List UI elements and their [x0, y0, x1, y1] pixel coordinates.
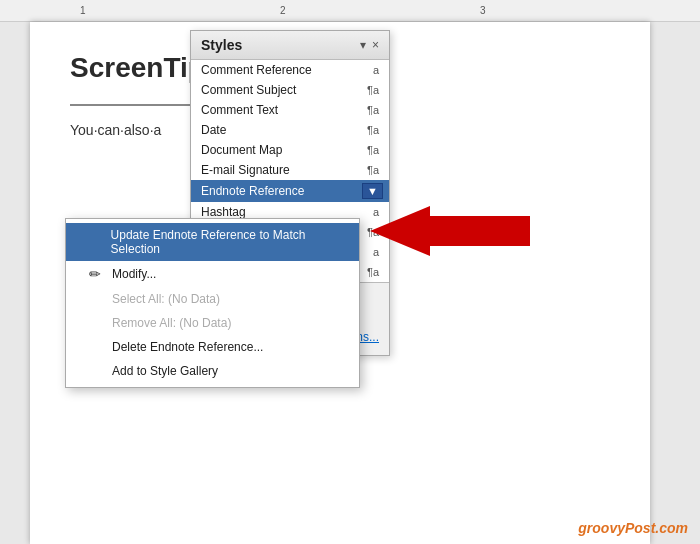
menu-item-label: Select All: (No Data)	[112, 292, 220, 306]
menu-item-label: Modify...	[112, 267, 156, 281]
ruler-mark-3: 3	[480, 5, 486, 16]
menu-item-select-all: Select All: (No Data)	[66, 287, 359, 311]
style-indicator: ¶a	[367, 266, 379, 278]
ruler-mark-2: 2	[280, 5, 286, 16]
style-item-endnote-reference-selected[interactable]: Endnote Reference ▼	[191, 180, 389, 202]
menu-item-label: Update Endnote Reference to Match Select…	[111, 228, 339, 256]
menu-item-modify[interactable]: ✏ Modify...	[66, 261, 359, 287]
pin-icon[interactable]: ▾	[360, 38, 366, 52]
style-item-email-signature[interactable]: E-mail Signature ¶a	[191, 160, 389, 180]
close-icon[interactable]: ×	[372, 38, 379, 52]
style-indicator: ¶a	[367, 226, 379, 238]
watermark-highlight: Post	[625, 520, 655, 536]
ruler: 1 2 3	[0, 0, 700, 22]
style-dropdown-button[interactable]: ▼	[362, 183, 383, 199]
style-indicator: ¶a	[367, 104, 379, 116]
style-indicator: ¶a	[367, 84, 379, 96]
style-label: Comment Text	[201, 103, 278, 117]
watermark-prefix: groovy	[578, 520, 625, 536]
style-indicator: a	[373, 246, 379, 258]
style-label: E-mail Signature	[201, 163, 290, 177]
menu-item-label: Remove All: (No Data)	[112, 316, 231, 330]
body-text-left: You·can·also·a	[70, 122, 161, 138]
style-indicator: a	[373, 64, 379, 76]
selected-style-label: Endnote Reference	[201, 184, 304, 198]
style-label: Document Map	[201, 143, 282, 157]
style-item-document-map[interactable]: Document Map ¶a	[191, 140, 389, 160]
menu-item-label: Add to Style Gallery	[112, 364, 218, 378]
context-menu: Update Endnote Reference to Match Select…	[65, 218, 360, 388]
style-item-date[interactable]: Date ¶a	[191, 120, 389, 140]
watermark: groovyPost.com	[578, 520, 688, 536]
style-label: Comment Reference	[201, 63, 312, 77]
style-indicator: ¶a	[367, 164, 379, 176]
style-indicator: ¶a	[367, 144, 379, 156]
styles-header: Styles ▾ ×	[191, 31, 389, 60]
style-item-comment-reference[interactable]: Comment Reference a	[191, 60, 389, 80]
style-label: Hashtag	[201, 205, 246, 219]
style-label: Date	[201, 123, 226, 137]
style-indicator: a	[373, 206, 379, 218]
styles-panel-title: Styles	[201, 37, 242, 53]
menu-item-label: Delete Endnote Reference...	[112, 340, 263, 354]
style-indicator: ¶a	[367, 124, 379, 136]
modify-icon: ✏	[86, 266, 104, 282]
style-item-comment-subject[interactable]: Comment Subject ¶a	[191, 80, 389, 100]
ruler-mark-1: 1	[80, 5, 86, 16]
watermark-suffix: .com	[655, 520, 688, 536]
menu-item-remove-all: Remove All: (No Data)	[66, 311, 359, 335]
styles-header-icons: ▾ ×	[360, 38, 379, 52]
style-label: Comment Subject	[201, 83, 296, 97]
menu-item-add-gallery[interactable]: Add to Style Gallery	[66, 359, 359, 383]
style-item-comment-text[interactable]: Comment Text ¶a	[191, 100, 389, 120]
menu-item-update[interactable]: Update Endnote Reference to Match Select…	[66, 223, 359, 261]
menu-item-delete[interactable]: Delete Endnote Reference...	[66, 335, 359, 359]
